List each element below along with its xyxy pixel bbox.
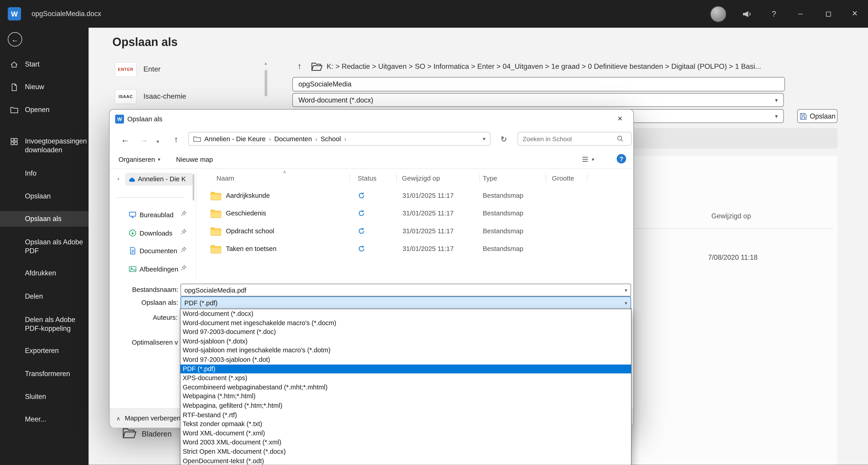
dialog-close-button[interactable]: × [609, 111, 631, 125]
file-name: Aardrijkskunde [226, 192, 270, 199]
scrollbar-up-arrow[interactable]: ▴ [263, 61, 268, 66]
filename-label: Bestandsnaam: [123, 286, 178, 293]
tree-expand-chevron-icon[interactable]: › [117, 175, 119, 182]
hide-folders-label: Mappen verbergen [125, 414, 181, 422]
pictures-icon [128, 265, 137, 273]
sidebar-item-start[interactable]: Start [0, 60, 89, 68]
file-row[interactable]: Aardrijkskunde 31/01/2025 11:17 Bestands… [110, 187, 634, 205]
file-row[interactable]: Taken en toetsen 31/01/2025 11:17 Bestan… [110, 240, 634, 258]
tree-item-onedrive-root[interactable]: Annelien - Die K [138, 175, 190, 183]
file-row[interactable]: Geschiedenis 31/01/2025 11:17 Bestandsma… [110, 205, 634, 223]
filetype-option[interactable]: Word-sjabloon (*.dotx) [180, 337, 631, 346]
avatar[interactable] [710, 6, 726, 22]
dialog-filetype-combo[interactable]: PDF (*.pdf) ▾ [180, 296, 631, 309]
sidebar-item-exporteren[interactable]: Exporteren [0, 346, 89, 355]
filetype-option[interactable]: RTF-bestand (*.rtf) [180, 410, 631, 419]
recent-place-isaac[interactable]: ISAAC Isaac-chemie [112, 89, 268, 106]
address-dropdown-chevron-icon[interactable]: ▾ [483, 136, 486, 142]
sidebar-item-nieuw[interactable]: Nieuw [0, 83, 89, 91]
sidebar-item-meer[interactable]: Meer... [0, 415, 89, 424]
column-header-status[interactable]: Status [358, 174, 376, 182]
filetype-option[interactable]: Word XML-document (*.xml) [180, 429, 631, 438]
filetype-option[interactable]: Tekst zonder opmaak (*.txt) [180, 419, 631, 429]
filetype-option-selected[interactable]: PDF (*.pdf) [180, 364, 631, 374]
sidebar-item-delen-adobe-pdf[interactable]: Delen als Adobe PDF-koppeling [0, 315, 89, 333]
folder-icon [210, 209, 221, 218]
column-header-gewijzigd[interactable]: Gewijzigd op [402, 174, 440, 182]
address-segment[interactable]: Documenten [274, 135, 312, 143]
save-button[interactable]: Opslaan [797, 109, 838, 123]
sidebar-item-openen[interactable]: Openen [0, 105, 89, 114]
word-logo-icon: W [8, 7, 21, 21]
toolbar-divider [110, 168, 633, 169]
search-icon [617, 135, 624, 142]
filetype-option[interactable]: Word 2003 XML-document (*.xml) [180, 438, 631, 447]
filetype-select[interactable]: Word-document (*.docx) ▾ [292, 93, 784, 107]
nav-up-icon[interactable]: ↑ [169, 133, 183, 146]
nav-history-chevron-icon[interactable]: ▾ [154, 135, 162, 148]
address-segment[interactable]: Annelien - Die Keure [204, 135, 266, 143]
column-header-type[interactable]: Type [483, 174, 497, 182]
filetype-option[interactable]: OpenDocument-tekst (*.odt) [180, 456, 631, 465]
close-button[interactable]: × [847, 0, 863, 28]
sidebar-item-delen[interactable]: Delen [0, 292, 89, 301]
filetype-option[interactable]: Word-document (*.docx) [180, 309, 631, 318]
sidebar-item-info[interactable]: Info [0, 169, 89, 178]
browse-label[interactable]: Bladeren [142, 430, 172, 438]
sidebar-item-opslaan[interactable]: Opslaan [0, 192, 89, 201]
browse-folder-icon[interactable] [122, 427, 137, 439]
column-separator[interactable] [587, 174, 587, 182]
search-box[interactable] [518, 132, 631, 146]
file-type: Bestandsmap [483, 245, 523, 253]
chevron-down-icon: ▾ [592, 156, 594, 162]
column-separator[interactable] [546, 174, 546, 182]
modified-column-header[interactable]: Gewijzigd op [711, 212, 751, 220]
filetype-option[interactable]: Word 97-2003-sjabloon (*.dot) [180, 355, 631, 364]
file-row[interactable]: Opdracht school 31/01/2025 11:17 Bestand… [110, 223, 634, 240]
maximize-icon [826, 11, 831, 16]
filename-input[interactable] [293, 78, 784, 91]
refresh-icon[interactable]: ↻ [497, 133, 510, 146]
breadcrumb-separator-icon: › [344, 136, 346, 142]
up-one-level-icon[interactable]: ↑ [293, 60, 306, 73]
column-separator[interactable] [349, 174, 350, 182]
dialog-filename-combo[interactable]: opgSocialeMedia.pdf ▾ [180, 284, 631, 296]
help-icon[interactable]: ? [768, 0, 779, 28]
column-separator[interactable] [479, 174, 480, 182]
sidebar-item-afdrukken[interactable]: Afdrukken [0, 269, 89, 278]
sidebar-item-sluiten[interactable]: Sluiten [0, 392, 89, 401]
new-folder-label: Nieuwe map [176, 156, 213, 163]
backstage-back-button[interactable]: ← [8, 32, 22, 47]
tree-item-afbeeldingen[interactable]: Afbeeldingen [110, 263, 193, 275]
sidebar-item-opslaan-als-adobe-pdf[interactable]: Opslaan als Adobe PDF [0, 238, 89, 255]
filetype-option[interactable]: Word-document met ingeschakelde macro's … [180, 318, 631, 328]
column-separator[interactable] [396, 174, 397, 182]
view-options-button[interactable]: ▾ [581, 156, 594, 163]
minimize-button[interactable]: ─ [794, 0, 807, 28]
sidebar-item-invoegtoepassingen[interactable]: Invoegtoepassingen downloaden [0, 137, 89, 154]
breadcrumb[interactable]: K: > Redactie > Uitgaven > SO > Informat… [327, 62, 833, 70]
address-segment[interactable]: School [320, 135, 341, 143]
filename-field[interactable] [292, 77, 785, 91]
filetype-option[interactable]: Word 97-2003-document (*.doc) [180, 327, 631, 337]
sidebar-item-transformeren[interactable]: Transformeren [0, 370, 89, 378]
scrollbar-thumb[interactable] [265, 70, 267, 96]
filetype-option[interactable]: Word-sjabloon met ingeschakelde macro's … [180, 346, 631, 355]
new-folder-button[interactable]: Nieuwe map [176, 156, 213, 163]
dialog-help-icon[interactable]: ? [617, 154, 626, 164]
whats-new-megaphone-icon[interactable] [740, 0, 753, 28]
filetype-option[interactable]: Webpagina (*.htm;*.html) [180, 392, 631, 401]
nav-back-icon[interactable]: ← [119, 133, 132, 146]
filetype-option[interactable]: XPS-document (*.xps) [180, 374, 631, 383]
sidebar-item-opslaan-als[interactable]: Opslaan als [0, 214, 89, 223]
filetype-option[interactable]: Strict Open XML-document (*.docx) [180, 447, 631, 457]
organize-menu[interactable]: Organiseren ▾ [119, 156, 160, 163]
column-header-grootte[interactable]: Grootte [552, 174, 574, 182]
address-bar[interactable]: Annelien - Die Keure › Documenten › Scho… [188, 132, 490, 146]
filetype-option[interactable]: Webpagina, gefilterd (*.htm;*.html) [180, 401, 631, 410]
recent-place-enter[interactable]: ENTER Enter [112, 62, 268, 79]
filetype-option[interactable]: Gecombineerd webpaginabestand (*.mht;*.m… [180, 383, 631, 392]
search-input[interactable] [518, 133, 617, 145]
column-header-naam[interactable]: Naam [216, 174, 234, 182]
maximize-button[interactable] [822, 0, 835, 28]
